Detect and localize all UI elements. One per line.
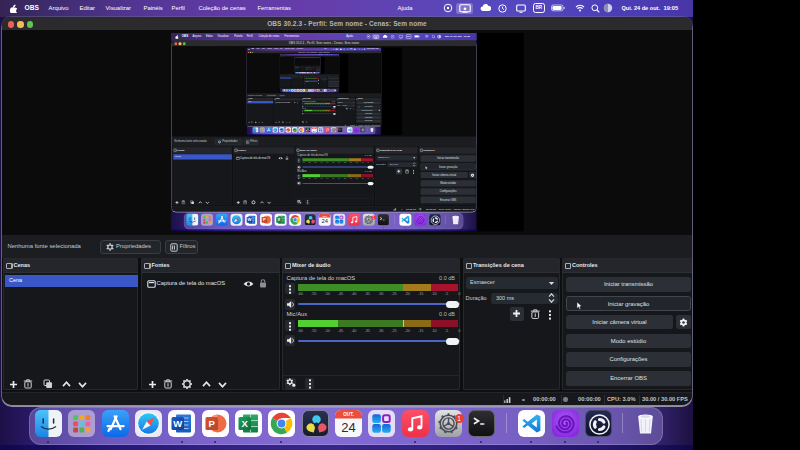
svg-text:P: P — [262, 217, 265, 222]
svg-text:OUT.: OUT. — [322, 214, 327, 216]
svg-text:P: P — [208, 418, 215, 429]
svg-text:W: W — [294, 89, 295, 90]
svg-text:X: X — [241, 418, 248, 429]
svg-text:W: W — [280, 128, 282, 130]
svg-text:X: X — [303, 72, 304, 73]
svg-text:24: 24 — [312, 129, 315, 132]
svg-text:24: 24 — [341, 419, 355, 434]
svg-text:X: X — [277, 217, 280, 222]
svg-text:P: P — [297, 89, 298, 90]
svg-text:W: W — [173, 418, 182, 429]
svg-text:X: X — [300, 89, 301, 90]
svg-text:24: 24 — [308, 90, 310, 91]
svg-text:W: W — [247, 217, 251, 222]
svg-text:24: 24 — [307, 72, 308, 73]
svg-text:OUT.: OUT. — [313, 127, 316, 128]
svg-text:P: P — [286, 128, 288, 130]
svg-text:OUT.: OUT. — [343, 412, 353, 417]
svg-text:X: X — [293, 128, 295, 130]
svg-text:24: 24 — [321, 218, 328, 224]
